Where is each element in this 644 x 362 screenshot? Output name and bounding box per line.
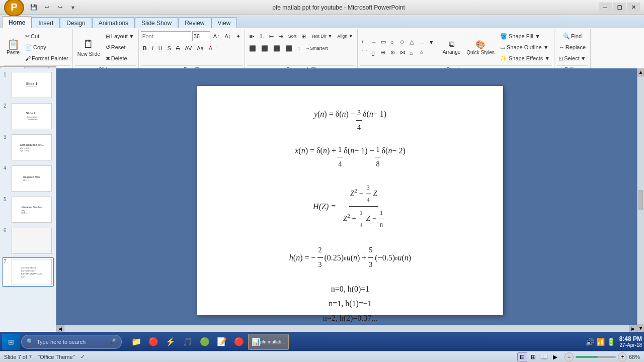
shape-rect[interactable]: ▭ (379, 37, 388, 47)
tab-slideshow[interactable]: Slide Show (135, 17, 178, 28)
slide-canvas[interactable]: y(n) = δ(n) − 3 4 δ(n − 1) x(n) = δ(n) +… (197, 86, 503, 315)
taskbar-matlab[interactable]: ⚡ (163, 334, 179, 350)
zoom-out-btn[interactable]: − (565, 352, 574, 361)
shape-scroll[interactable]: ▼ (427, 37, 436, 47)
decrease-indent-btn[interactable]: ⇤ (267, 31, 276, 41)
paste-button[interactable]: 📋 Paste (4, 32, 22, 62)
reading-view-btn[interactable]: 📖 (539, 352, 549, 361)
char-spacing-btn[interactable]: AV (183, 43, 194, 53)
shape-more[interactable]: … (417, 37, 426, 47)
quick-styles-button[interactable]: 🎨 Quick Styles (464, 32, 497, 62)
line-spacing-btn[interactable]: ↕ (295, 43, 302, 53)
tray-icon-3[interactable]: 🔋 (607, 338, 615, 346)
slide-area[interactable]: y(n) = δ(n) − 3 4 δ(n − 1) x(n) = δ(n) +… (56, 68, 644, 333)
taskbar-word[interactable]: 📝 (214, 334, 230, 350)
shape-5[interactable]: ⊛ (388, 48, 397, 58)
shape-diamond[interactable]: ◇ (398, 37, 407, 47)
change-case-btn[interactable]: Aa (195, 43, 205, 53)
zoom-in-btn[interactable]: + (618, 352, 627, 361)
redo-btn[interactable]: ↪ (54, 3, 65, 13)
delete-button[interactable]: ✖ Delete (104, 53, 136, 63)
slide-thumb-6[interactable]: 6 (2, 226, 54, 255)
scroll-left-btn[interactable]: ◀ (56, 325, 64, 332)
bullets-btn[interactable]: ≡• (247, 31, 256, 41)
increase-indent-btn[interactable]: ⇥ (277, 31, 285, 41)
shape-tri[interactable]: △ (408, 37, 417, 47)
taskbar-powerpoint-active[interactable]: 📊 pfe matlab... (248, 334, 289, 350)
system-clock[interactable]: 8:48 PM 27-Apr-18 (619, 335, 642, 348)
format-painter-button[interactable]: 🖌 Format Painter (23, 53, 70, 63)
font-size-input[interactable] (192, 31, 210, 41)
shape-7[interactable]: ⌂ (408, 48, 417, 58)
slide-thumb-1[interactable]: 1 Slide 1 (2, 70, 54, 100)
shape-3[interactable]: {} (369, 48, 378, 58)
increase-font-btn[interactable]: A↑ (211, 31, 222, 41)
shape-arrow[interactable]: → (369, 37, 378, 47)
maximize-btn[interactable]: ⧠ (613, 3, 626, 13)
justify-btn[interactable]: ⬛ (283, 43, 294, 53)
align-left-btn[interactable]: ⬛ (247, 43, 258, 53)
slide-thumb-2[interactable]: 2 Slide 2 · Content line · Content line (2, 102, 54, 131)
close-btn[interactable]: ✕ (627, 3, 640, 13)
convert-smartart-btn[interactable]: →SmartArt (303, 43, 330, 53)
shape-line[interactable]: / (360, 37, 369, 47)
decrease-font-btn[interactable]: A↓ (223, 31, 233, 41)
shape-effects-btn[interactable]: ✨ Shape Effects ▼ (498, 53, 552, 63)
slide-thumb-4[interactable]: 4 Required Now H(Z) = ... (2, 164, 54, 193)
copy-button[interactable]: 📄 Copy (23, 42, 70, 52)
taskbar-media[interactable]: 🎵 (180, 334, 196, 350)
align-center-btn[interactable]: ⬛ (259, 43, 270, 53)
start-btn[interactable]: ⊞ (2, 334, 20, 350)
align-right-btn[interactable]: ⬛ (271, 43, 282, 53)
shape-8[interactable]: ☆ (417, 48, 426, 58)
tab-view[interactable]: View (211, 17, 237, 28)
numbering-btn[interactable]: 1. (258, 31, 266, 41)
zoom-slider[interactable] (576, 356, 616, 358)
taskbar-firefox[interactable]: 🔴 (145, 334, 162, 350)
tab-insert[interactable]: Insert (32, 17, 60, 28)
taskbar-filemanager[interactable]: 📁 (128, 334, 144, 350)
slide-thumb-5[interactable]: 5 whatever Section y(n)... H(Z)=... (2, 195, 54, 224)
bold-btn[interactable]: B (141, 43, 149, 53)
undo-btn[interactable]: ↩ (41, 3, 52, 13)
slide-thumb-3[interactable]: 3 Gain Required det... y(n) = δ(n)... x(… (2, 133, 54, 162)
scroll-up-btn[interactable]: ▲ (637, 68, 644, 76)
taskbar-red2[interactable]: 🔴 (231, 334, 247, 350)
scroll-down-btn[interactable]: ▼ (637, 324, 644, 332)
tab-home[interactable]: Home (2, 16, 32, 28)
tab-design[interactable]: Design (60, 17, 92, 28)
shape-4[interactable]: ⊕ (379, 48, 388, 58)
shape-fill-btn[interactable]: 🪣 Shape Fill ▼ (498, 31, 552, 41)
minimize-btn[interactable]: ─ (599, 3, 612, 13)
shape-6[interactable]: ⋈ (398, 48, 407, 58)
italic-btn[interactable]: I (150, 43, 155, 53)
bottom-scrollbar[interactable]: ◀ ▶ (56, 325, 637, 332)
font-name-input[interactable] (141, 31, 191, 41)
replace-button[interactable]: ↔ Replace (557, 42, 588, 52)
strikethrough-btn[interactable]: S (174, 43, 182, 53)
shape-oval[interactable]: ○ (388, 37, 397, 47)
normal-view-btn[interactable]: ⊟ (517, 352, 527, 361)
font-color-btn[interactable]: A (207, 43, 214, 53)
quick-access-dropdown[interactable]: ▼ (67, 3, 78, 13)
slide-thumb-7[interactable]: 7 y(n)=δ(n)-¾δ(n-1) x(n)=δ(n)+¼δ(n-1) H(… (2, 257, 54, 287)
layout-button[interactable]: ⊞ Layout ▼ (104, 31, 136, 41)
columns-btn[interactable]: ⊞ (299, 31, 308, 41)
office-button[interactable]: P (4, 0, 24, 17)
shape-2[interactable]: ⌒ (360, 48, 369, 58)
arrange-button[interactable]: ⧉ Arrange (440, 32, 463, 62)
underline-btn[interactable]: U (156, 43, 165, 53)
find-button[interactable]: 🔍 Find (561, 31, 584, 41)
save-quick-btn[interactable]: 💾 (28, 3, 39, 13)
slideshow-btn[interactable]: ▶ (550, 352, 560, 361)
align-text-btn[interactable]: Align ▼ (335, 31, 355, 41)
text-direction-btn[interactable]: Text Dir ▼ (309, 31, 334, 41)
cut-button[interactable]: ✂ Cut (23, 31, 70, 41)
clear-format-btn[interactable]: ✦ (234, 31, 243, 41)
smartart-btn[interactable]: Sort (286, 31, 299, 41)
scroll-thumb[interactable] (638, 190, 643, 210)
tab-review[interactable]: Review (178, 17, 211, 28)
taskbar-green[interactable]: 🟢 (197, 334, 213, 350)
tab-animations[interactable]: Animations (92, 17, 135, 28)
scroll-right-btn[interactable]: ▶ (629, 325, 637, 332)
